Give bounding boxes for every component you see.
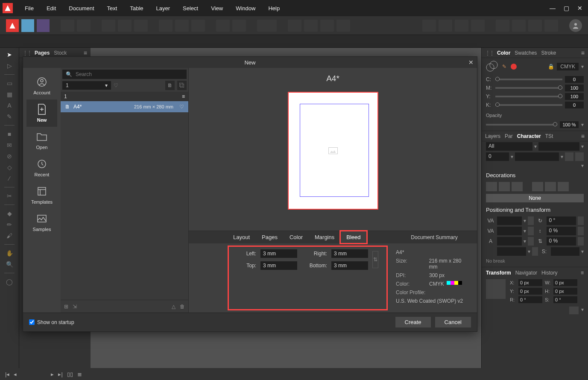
persona-publisher-icon[interactable] bbox=[6, 19, 19, 32]
new-document-dialog: New ✕ Account New Open bbox=[23, 56, 477, 332]
persona-photo-icon[interactable] bbox=[37, 19, 50, 32]
show-on-startup-input[interactable] bbox=[29, 319, 35, 325]
bleed-right-input[interactable]: 3 mm bbox=[331, 249, 368, 258]
bleed-top-input[interactable]: 3 mm bbox=[260, 261, 297, 270]
preset-category[interactable]: 1≡ bbox=[61, 92, 188, 101]
dialog-close-button[interactable]: ✕ bbox=[468, 59, 474, 66]
tab-pages[interactable]: Pages bbox=[256, 231, 284, 243]
add-preset-icon[interactable]: ⊞ bbox=[64, 304, 68, 310]
sidebar-item-templates[interactable]: Templates bbox=[26, 181, 57, 209]
trash-icon[interactable]: 🗑 bbox=[180, 304, 185, 310]
toolbar-button[interactable] bbox=[512, 20, 526, 32]
open-icon bbox=[35, 131, 48, 142]
duplicate-preset-button[interactable]: ⿻ bbox=[177, 81, 187, 90]
menu-table[interactable]: Table bbox=[124, 3, 149, 13]
menu-select[interactable]: Select bbox=[177, 3, 204, 13]
close-button[interactable]: ✕ bbox=[576, 5, 584, 12]
warning-icon[interactable]: △ bbox=[172, 304, 176, 310]
tab-margins[interactable]: Margins bbox=[309, 231, 340, 243]
svg-point-4 bbox=[41, 79, 43, 82]
toolbar-button[interactable] bbox=[191, 20, 205, 32]
dialog-sidebar: Account New Open Recent bbox=[23, 68, 61, 313]
bleed-bottom-input[interactable]: 3 mm bbox=[331, 261, 368, 270]
toolbar-button[interactable] bbox=[159, 20, 173, 32]
preset-item-a4[interactable]: 🗎 A4* 216 mm × 280 mm ♡ bbox=[61, 101, 188, 112]
preset-list-panel: 🔍 1▾ ♡ 🗎 ⿻ 1≡ 🗎 A4* bbox=[61, 68, 189, 313]
heart-icon[interactable]: ♡ bbox=[114, 82, 118, 88]
play-icon[interactable]: ▸ bbox=[51, 371, 54, 377]
create-button[interactable]: Create bbox=[395, 317, 431, 327]
bleed-right-label: Right: bbox=[301, 251, 327, 257]
menu-help[interactable]: Help bbox=[262, 3, 286, 13]
sidebar-item-samples[interactable]: Samples bbox=[26, 209, 57, 236]
persona-designer-icon[interactable] bbox=[21, 19, 34, 32]
maximize-button[interactable]: ▢ bbox=[562, 5, 570, 12]
dialog-title: New bbox=[244, 59, 255, 66]
bleed-left-input[interactable]: 3 mm bbox=[260, 249, 297, 258]
sidebar-item-new[interactable]: New bbox=[26, 99, 57, 127]
account-avatar-icon[interactable] bbox=[569, 19, 582, 32]
sidebar-label: Open bbox=[36, 145, 48, 150]
sidebar-item-open[interactable]: Open bbox=[26, 127, 57, 154]
toolbar-button[interactable] bbox=[232, 20, 246, 32]
toolbar-button[interactable] bbox=[528, 20, 542, 32]
toolbar-button[interactable] bbox=[439, 20, 452, 32]
preset-search[interactable]: 🔍 bbox=[62, 70, 187, 79]
pages-icon[interactable]: ≣ bbox=[77, 371, 82, 377]
show-on-startup-label: Show on startup bbox=[37, 319, 74, 325]
spread-icon[interactable]: ▯▯ bbox=[67, 371, 73, 377]
heart-icon[interactable]: ♡ bbox=[179, 104, 184, 110]
menu-text[interactable]: Text bbox=[101, 3, 123, 13]
toolbar-dropdown[interactable] bbox=[257, 20, 277, 32]
toolbar-button[interactable] bbox=[304, 20, 318, 32]
page-preview bbox=[288, 92, 378, 210]
toolbar bbox=[0, 16, 588, 35]
tab-layout[interactable]: Layout bbox=[227, 231, 256, 243]
preset-group-select[interactable]: 1▾ bbox=[62, 81, 111, 90]
toolbar-button[interactable] bbox=[216, 20, 230, 32]
minimize-button[interactable]: — bbox=[549, 5, 556, 12]
tab-bleed[interactable]: Bleed bbox=[340, 231, 366, 243]
summary-size-label: Size: bbox=[396, 258, 429, 270]
menu-view[interactable]: View bbox=[205, 3, 229, 13]
toolbar-button[interactable] bbox=[422, 20, 436, 32]
sidebar-item-account[interactable]: Account bbox=[26, 72, 57, 99]
toolbar-button[interactable] bbox=[544, 20, 558, 32]
toolbar-button[interactable] bbox=[175, 20, 189, 32]
show-on-startup-checkbox[interactable]: Show on startup bbox=[29, 319, 74, 325]
settings-tabs: Layout Pages Color Margins Bleed Documen… bbox=[189, 231, 477, 243]
search-input[interactable] bbox=[76, 71, 183, 77]
toolbar-button[interactable] bbox=[61, 20, 74, 32]
toolbar-button[interactable] bbox=[118, 20, 132, 32]
toolbar-button[interactable] bbox=[320, 20, 334, 32]
toolbar-button[interactable] bbox=[496, 20, 509, 32]
menu-edit[interactable]: Edit bbox=[41, 3, 62, 13]
toolbar-button[interactable] bbox=[134, 20, 148, 32]
summary-profile-label: Color Profile: bbox=[396, 289, 425, 295]
prev-page-icon[interactable]: ◂ bbox=[14, 371, 17, 377]
last-page-icon[interactable]: ▸| bbox=[58, 371, 62, 377]
new-preset-button[interactable]: 🗎 bbox=[165, 81, 175, 90]
sidebar-item-recent[interactable]: Recent bbox=[26, 154, 57, 181]
toolbar-button[interactable] bbox=[471, 20, 485, 32]
preset-tree-icon[interactable]: ⇲ bbox=[73, 304, 77, 310]
bleed-settings: Left: 3 mm Right: 3 mm ⇅ Top: 3 mm Botto… bbox=[225, 243, 390, 313]
menu-layer[interactable]: Layer bbox=[150, 3, 176, 13]
link-bleed-icon[interactable]: ⇅ bbox=[372, 251, 378, 268]
toolbar-button[interactable] bbox=[77, 20, 91, 32]
category-menu-icon[interactable]: ≡ bbox=[182, 94, 185, 99]
account-icon bbox=[35, 76, 48, 88]
summary-heading: Document Summary bbox=[392, 231, 477, 243]
summary-dpi: 300 px bbox=[429, 272, 445, 278]
toolbar-button[interactable] bbox=[455, 20, 468, 32]
menu-window[interactable]: Window bbox=[230, 3, 261, 13]
toolbar-button[interactable] bbox=[102, 20, 115, 32]
cancel-button[interactable]: Cancel bbox=[435, 317, 471, 327]
menu-file[interactable]: File bbox=[19, 3, 40, 13]
dialog-footer: Show on startup Create Cancel bbox=[23, 313, 477, 331]
toolbar-button[interactable] bbox=[336, 20, 350, 32]
toolbar-button[interactable] bbox=[288, 20, 301, 32]
menu-document[interactable]: Document bbox=[63, 3, 100, 13]
tab-color[interactable]: Color bbox=[284, 231, 309, 243]
first-page-icon[interactable]: |◂ bbox=[5, 371, 9, 377]
